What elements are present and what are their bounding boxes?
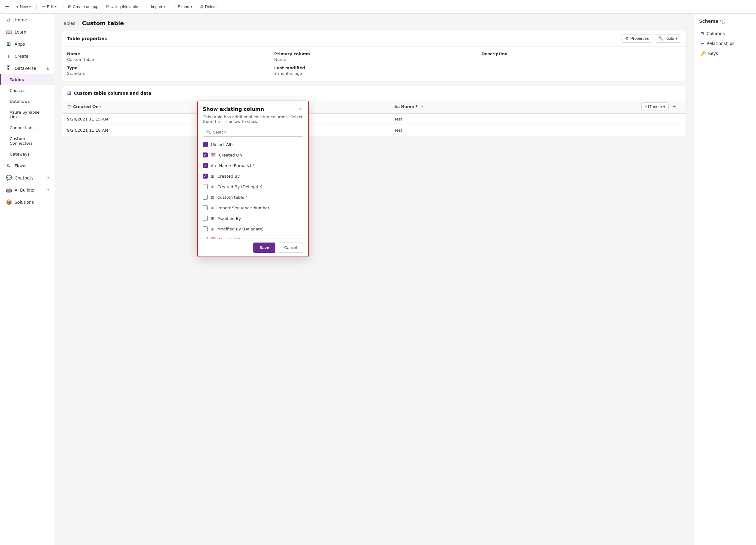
ai-builder-icon: 🤖 [6, 187, 11, 193]
modal-overlay: Show existing column × This table has ad… [54, 14, 694, 545]
modal-header: Show existing column × [198, 101, 308, 115]
show-existing-column-modal: Show existing column × This table has ad… [197, 101, 309, 257]
sidebar-item-flows[interactable]: ↻ Flows [0, 160, 54, 172]
relationships-icon: ↔ [700, 41, 704, 46]
edit-button[interactable]: ✏ Edit ▾ [39, 3, 60, 11]
schema-item-keys[interactable]: 🔑 Keys [699, 48, 751, 58]
home-icon: ⌂ [6, 17, 11, 23]
edit-icon: ✏ [42, 4, 46, 9]
import-seq-item-icon: ⊞ [211, 206, 214, 210]
using-table-icon: ⊟ [106, 4, 109, 9]
save-button[interactable]: Save [253, 243, 275, 253]
created-by-delegate-item-icon: ⊞ [211, 184, 214, 189]
modal-subtitle: This table has additional existing colum… [198, 115, 308, 128]
divider-1 [36, 4, 37, 10]
schema-item-columns[interactable]: ⊟ Columns [699, 29, 751, 39]
checkbox-modified-on[interactable] [203, 237, 208, 238]
modal-item-select-all[interactable]: (Select All) [198, 139, 308, 150]
modified-by-item-icon: ⊞ [211, 216, 214, 221]
modal-item-import-seq[interactable]: ⊞ Import Sequence Number [198, 202, 308, 213]
checkbox-select-all[interactable] [203, 142, 208, 147]
export-button[interactable]: → Export ▾ [170, 3, 196, 11]
sidebar-item-learn[interactable]: 📖 Learn [0, 26, 54, 38]
modal-item-created-by-delegate[interactable]: ⊞ Created By (Delegate) [198, 181, 308, 192]
custom-table-item-icon: ⊟ [211, 195, 214, 200]
checkbox-import-seq[interactable] [203, 205, 208, 210]
dataverse-icon: 🗄 [6, 65, 11, 71]
import-button[interactable]: ← Import ▾ [143, 3, 168, 11]
divider-2 [62, 4, 62, 10]
apps-icon: ⊞ [6, 41, 11, 47]
sidebar: ⌂ Home 📖 Learn ⊞ Apps + Create 🗄 Dataver… [0, 14, 54, 545]
sidebar-item-tables[interactable]: Tables [0, 74, 54, 85]
sidebar-item-connections[interactable]: Connections [0, 122, 54, 133]
sidebar-item-dataflows[interactable]: Dataflows [0, 96, 54, 107]
checkbox-custom-table[interactable] [203, 195, 208, 200]
modal-item-created-on[interactable]: 📅 Created On [198, 150, 308, 160]
sidebar-item-dataverse[interactable]: 🗄 Dataverse ▲ [0, 62, 54, 74]
ai-builder-expand-icon: ▾ [47, 188, 49, 192]
sidebar-item-custom-connectors[interactable]: Custom Connectors [0, 133, 54, 149]
new-button[interactable]: + New ▾ [13, 3, 34, 11]
export-icon: → [173, 4, 177, 9]
modal-item-name-primary[interactable]: Aa Name (Primary) * [198, 160, 308, 171]
new-icon: + [16, 4, 19, 9]
modified-by-delegate-item-icon: ⊞ [211, 227, 214, 231]
import-chevron-icon: ▾ [164, 5, 165, 8]
sidebar-item-solutions[interactable]: 📦 Solutions [0, 196, 54, 208]
modal-close-button[interactable]: × [297, 106, 303, 112]
modal-item-created-by[interactable]: ⊞ Created By [198, 171, 308, 181]
delete-button[interactable]: 🗑 Delete [197, 3, 220, 11]
create-icon: + [6, 53, 11, 59]
export-chevron-icon: ▾ [191, 5, 192, 8]
hamburger-icon[interactable]: ☰ [5, 4, 9, 10]
sidebar-item-apps[interactable]: ⊞ Apps [0, 38, 54, 50]
sidebar-item-azure-synapse[interactable]: Azure Synapse Link [0, 107, 54, 122]
import-icon: ← [146, 4, 150, 9]
modified-on-item-icon: 📅 [211, 237, 216, 239]
new-chevron-icon: ▾ [29, 5, 31, 8]
modal-search-input[interactable] [213, 130, 300, 134]
modal-footer: Save Cancel [198, 238, 308, 257]
columns-icon: ⊟ [700, 31, 704, 36]
sidebar-item-chatbots[interactable]: 💬 Chatbots ▾ [0, 172, 54, 184]
edit-chevron-icon: ▾ [55, 5, 57, 8]
toolbar: ☰ + New ▾ ✏ Edit ▾ ⊞ Create an app ⊟ Usi… [0, 0, 756, 14]
create-app-icon: ⊞ [68, 4, 71, 9]
modal-title: Show existing column [203, 106, 264, 112]
schema-info-icon[interactable]: i [720, 19, 725, 24]
checkbox-modified-by[interactable] [203, 216, 208, 221]
chatbots-icon: 💬 [6, 175, 11, 181]
checkbox-created-on[interactable] [203, 152, 208, 157]
checkbox-created-by-delegate[interactable] [203, 184, 208, 189]
flows-icon: ↻ [6, 163, 11, 169]
chatbots-expand-icon: ▾ [47, 176, 49, 180]
checkbox-modified-by-delegate[interactable] [203, 226, 208, 231]
created-by-item-icon: ⊞ [211, 174, 214, 179]
delete-icon: 🗑 [200, 4, 204, 9]
keys-icon: 🔑 [700, 51, 706, 56]
modal-column-list: (Select All) 📅 Created On Aa Name (Prima… [198, 139, 308, 238]
checkbox-name-primary[interactable] [203, 163, 208, 168]
modal-item-modified-on[interactable]: 📅 Modified On [198, 234, 308, 238]
sidebar-item-choices[interactable]: Choices [0, 85, 54, 96]
name-primary-item-icon: Aa [211, 163, 216, 168]
sidebar-item-home[interactable]: ⌂ Home [0, 14, 54, 26]
search-icon: 🔍 [206, 130, 211, 134]
create-app-button[interactable]: ⊞ Create an app [65, 3, 101, 11]
sidebar-item-create[interactable]: + Create [0, 50, 54, 62]
schema-item-relationships[interactable]: ↔ Relationships [699, 39, 751, 48]
sidebar-item-ai-builder[interactable]: 🤖 AI Builder ▾ [0, 184, 54, 196]
created-on-item-icon: 📅 [211, 153, 216, 157]
modal-search-container: 🔍 [203, 128, 303, 137]
modal-item-modified-by[interactable]: ⊞ Modified By [198, 213, 308, 224]
sidebar-item-gateways[interactable]: Gateways [0, 149, 54, 160]
content-area: Tables › Custom table Table properties ⚙… [54, 14, 694, 545]
main-layout: ⌂ Home 📖 Learn ⊞ Apps + Create 🗄 Dataver… [0, 14, 756, 545]
learn-icon: 📖 [6, 29, 11, 35]
using-table-button[interactable]: ⊟ Using this table [103, 3, 141, 11]
modal-item-custom-table[interactable]: ⊟ Custom table * [198, 192, 308, 202]
cancel-button[interactable]: Cancel [278, 243, 303, 253]
modal-item-modified-by-delegate[interactable]: ⊞ Modified By (Delegate) [198, 224, 308, 234]
checkbox-created-by[interactable] [203, 174, 208, 179]
